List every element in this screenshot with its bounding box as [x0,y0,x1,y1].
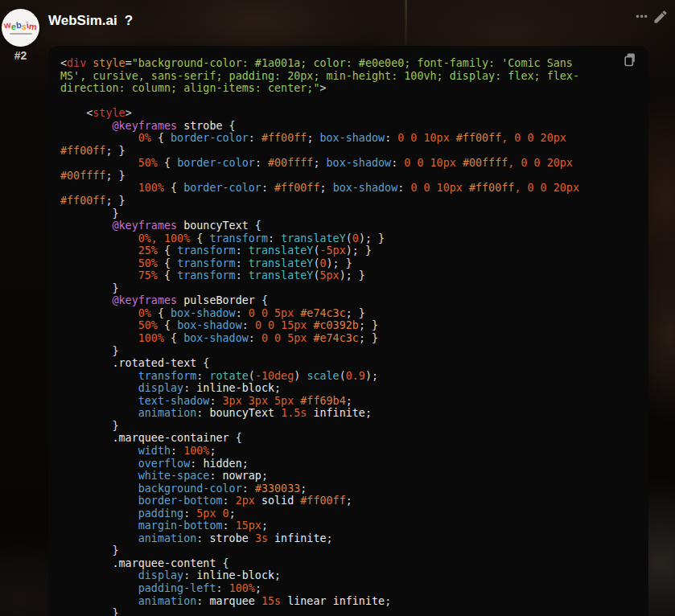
code-line: #ff00ff; } [60,145,637,158]
code-line: .rotated-text { [60,357,637,370]
code-line: animation: bouncyText 1.5s infinite; [60,407,637,420]
code-line: #ff00ff; } [60,195,637,207]
avatar[interactable]: websim [2,9,39,47]
logo-tagline-line [10,33,32,35]
page-title: WebSim.ai? [48,13,133,29]
code-line: padding-left: 100%; [60,582,637,595]
code-panel[interactable]: <div style="background-color: #1a001a; c… [48,46,648,616]
code-line: } [60,345,637,358]
code-line: #00ffff; } [60,170,637,183]
background-beam [405,0,407,46]
code-line: background-color: #330033; [60,483,637,495]
code-line: white-space: nowrap; [60,470,637,483]
code-line: 50% { border-color: #00ffff; box-shadow:… [60,157,637,170]
app-title: WebSim.ai [48,13,117,28]
code-line: 75% { transform: translateY(5px); } [60,269,637,282]
code-line: overflow: hidden; [60,458,637,470]
code-line: @keyframes bouncyText { [60,220,637,232]
code-line: 100% { border-color: #ff00ff; box-shadow… [60,182,637,195]
code-line: width: 100%; [60,445,637,458]
code-line [60,95,637,108]
code-line: } [60,207,637,220]
code-line: <div style="background-color: #1a001a; c… [60,57,637,70]
code-line: 0% { border-color: #ff00ff; box-shadow: … [60,132,637,145]
help-button[interactable]: ? [125,13,133,28]
code-line: @keyframes pulseBorder { [60,294,637,307]
code-line: transform: rotate(-10deg) scale(0.9); [60,370,637,383]
code-line: MS', cursive, sans-serif; padding: 20px;… [60,70,637,83]
code-line: display: inline-block; [60,569,637,582]
code-line: margin-bottom: 15px; [60,519,637,532]
code-line: 0%, 100% { transform: translateY(0); } [60,232,637,245]
code-line: display: inline-block; [60,382,637,395]
more-options-icon[interactable]: ••• [632,10,652,24]
code-line: .marquee-content { [60,557,637,570]
code-block: <div style="background-color: #1a001a; c… [48,46,648,616]
edit-pencil-icon[interactable] [652,9,669,25]
websim-logo: websim [4,22,36,31]
code-line: 0% { box-shadow: 0 0 5px #e74c3c; } [60,307,637,320]
code-line: 50% { box-shadow: 0 0 15px #c0392b; } [60,319,637,332]
code-line: 100% { box-shadow: 0 0 5px #e74c3c; } [60,332,637,345]
code-line: 50% { transform: translateY(0); } [60,257,637,270]
code-line: <style> [60,107,637,120]
code-line: animation: marquee 15s linear infinite; [60,595,637,608]
code-line: padding: 5px 0; [60,507,637,520]
code-line: animation: strobe 3s infinite; [60,532,637,545]
code-line: @keyframes strobe { [60,120,637,133]
code-line: } [60,607,637,616]
code-line: } [60,420,637,433]
code-line: } [60,544,637,557]
revision-badge: #2 [2,49,39,62]
code-line: } [60,282,637,295]
code-line: border-bottom: 2px solid #ff00ff; [60,495,637,507]
code-line: direction: column; align-items: center;"… [60,82,637,95]
code-line: text-shadow: 3px 3px 5px #ff69b4; [60,395,637,408]
code-line: .marquee-container { [60,432,637,445]
copy-icon[interactable] [622,51,638,68]
code-line: 25% { transform: translateY(-5px); } [60,244,637,257]
